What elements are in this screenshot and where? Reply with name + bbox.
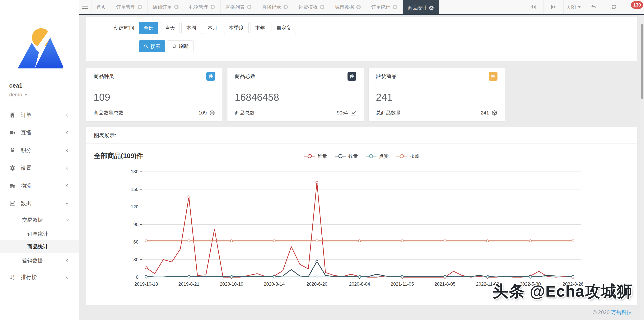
hamburger-menu-icon[interactable]	[79, 0, 91, 14]
svg-text:0: 0	[136, 274, 138, 280]
svg-text:2020-6-20: 2020-6-20	[306, 281, 327, 287]
svg-text:2020-10-19: 2020-10-19	[220, 281, 243, 287]
close-icon[interactable]	[356, 5, 361, 10]
search-icon	[144, 44, 149, 49]
filter-option-this-year[interactable]: 本年	[250, 22, 270, 34]
card-footer-label: 商品数量总数	[94, 109, 124, 116]
scrollbar-thumb[interactable]	[641, 24, 644, 99]
refresh-icon	[172, 44, 177, 49]
double-chevron-right-icon	[550, 4, 557, 10]
search-button[interactable]: 搜索	[139, 40, 165, 52]
legend-item-数量[interactable]: 数量	[335, 153, 358, 159]
refresh-button[interactable]: 刷新	[167, 40, 194, 52]
tab-live-list[interactable]: 直播列表	[220, 0, 257, 14]
stat-card-out-of-stock: 缺货商品 件 241 总商品数量 241	[368, 68, 505, 121]
sidebar-item-label: 订单	[21, 111, 32, 119]
sidebar-item-label: 数据	[21, 200, 32, 207]
sidebar-item-settings[interactable]: 设置	[0, 159, 79, 177]
svg-text:9: 9	[13, 277, 14, 280]
filter-option-custom[interactable]: 自定义	[272, 22, 296, 34]
tab-home[interactable]: 首页	[91, 0, 111, 14]
tab-label: 店铺订单	[153, 4, 172, 10]
tab-product-stats[interactable]: 商品统计	[402, 0, 439, 15]
close-icon[interactable]	[210, 5, 215, 10]
truck-icon	[9, 183, 16, 189]
card-footer-label: 总商品数量	[376, 109, 401, 116]
svg-text:60: 60	[133, 239, 138, 245]
legend-item-点赞[interactable]: 点赞	[366, 153, 388, 159]
close-icon[interactable]	[320, 5, 325, 10]
tab-order-manage[interactable]: 订单管理	[111, 0, 148, 14]
filter-options: 全部今天本周本月本季度本年自定义	[139, 22, 298, 34]
chevron-left-icon	[65, 148, 70, 153]
tab-live-records[interactable]: 直播记录	[257, 0, 293, 14]
coins-icon	[209, 110, 215, 116]
chart-panel: 图表展示: 全部商品(109)件 销量 数量 点赞 收藏 03060901201…	[86, 127, 637, 305]
close-icon[interactable]	[429, 5, 434, 10]
tab-label: 直播记录	[262, 4, 281, 10]
tab-bar-controls: 关闭 130	[523, 0, 644, 14]
user-role-label: demo	[9, 92, 22, 98]
sidebar-item-data[interactable]: 数据	[0, 195, 79, 212]
filter-option-this-quarter[interactable]: 本季度	[224, 22, 248, 34]
card-title: 商品总数	[235, 73, 256, 80]
svg-text:30: 30	[133, 257, 138, 262]
notifications-button[interactable]: 130	[624, 0, 644, 14]
user-role-dropdown[interactable]: demo	[9, 92, 79, 98]
filter-option-this-month[interactable]: 本月	[203, 22, 222, 34]
filter-option-this-week[interactable]: 本周	[182, 22, 201, 34]
tab-label: 直播列表	[226, 4, 245, 10]
tab-label: 商品统计	[408, 5, 427, 11]
stat-card-product-types: 商品种类 件 109 商品数量总数 109	[86, 68, 222, 121]
svg-text:180: 180	[131, 169, 138, 174]
legend-item-收藏[interactable]: 收藏	[396, 153, 419, 159]
tab-order-stats[interactable]: 订单统计	[366, 0, 402, 14]
tab-shipping-template[interactable]: 运费模板	[293, 0, 330, 14]
app-logo	[15, 25, 63, 71]
sidebar-item-orders[interactable]: 订单	[0, 106, 79, 124]
chart-panel-label: 图表展示:	[94, 132, 116, 139]
svg-text:2021-8-05: 2021-8-05	[434, 281, 455, 287]
building-icon	[9, 112, 16, 118]
legend-item-销量[interactable]: 销量	[304, 153, 327, 159]
caret-down-icon	[24, 94, 28, 96]
sidebar-item-label: 商品统计	[28, 243, 48, 250]
sidebar-item-order-stats[interactable]: 订单统计	[0, 228, 79, 240]
card-title: 缺货商品	[376, 73, 396, 80]
svg-text:2019-10-18: 2019-10-18	[134, 281, 158, 287]
svg-text:2019-8-21: 2019-8-21	[178, 281, 199, 287]
sidebar-item-ranking[interactable]: 19排行榜	[0, 268, 79, 286]
svg-text:1: 1	[13, 274, 14, 277]
scroll-tabs-right-button[interactable]	[543, 0, 564, 14]
refresh-icon	[611, 4, 617, 10]
close-icon[interactable]	[247, 5, 252, 10]
sidebar-item-label: 营销数据	[22, 257, 43, 264]
close-tabs-dropdown[interactable]: 关闭	[564, 0, 584, 14]
close-icon[interactable]	[283, 5, 288, 10]
close-icon[interactable]	[137, 5, 142, 10]
filter-option-today[interactable]: 今天	[160, 22, 180, 34]
svg-text:¥: ¥	[11, 147, 14, 154]
legend-marker-icon	[396, 154, 407, 159]
sidebar-item-marketing-data[interactable]: 营销数据	[0, 253, 79, 268]
company-link[interactable]: 万岳科技	[611, 309, 632, 315]
svg-text:90: 90	[133, 222, 138, 227]
tab-shop-orders[interactable]: 店铺订单	[148, 0, 184, 14]
tab-city-data[interactable]: 城市数据	[330, 0, 366, 14]
stat-cards-row: 商品种类 件 109 商品数量总数 109 商品总数 件 16846458 商品…	[86, 68, 637, 121]
close-icon[interactable]	[392, 5, 398, 10]
sidebar-item-points[interactable]: ¥积分	[0, 141, 79, 159]
sidebar-item-live[interactable]: 直播	[0, 124, 79, 141]
refresh-page-button[interactable]	[604, 0, 624, 14]
back-button[interactable]	[584, 0, 604, 14]
close-icon[interactable]	[174, 5, 179, 10]
video-icon	[9, 129, 16, 136]
tab-gift-manage[interactable]: 礼物管理	[184, 0, 220, 14]
sidebar-item-logistics[interactable]: 物流	[0, 177, 79, 195]
sidebar-item-product-stats[interactable]: 商品统计	[0, 240, 79, 253]
card-unit-badge: 件	[489, 72, 498, 81]
filter-option-all[interactable]: 全部	[139, 22, 158, 34]
sidebar-item-trade-data[interactable]: 交易数据	[0, 212, 79, 228]
user-block: cea1 demo	[0, 82, 79, 98]
scroll-tabs-left-button[interactable]	[523, 0, 543, 14]
